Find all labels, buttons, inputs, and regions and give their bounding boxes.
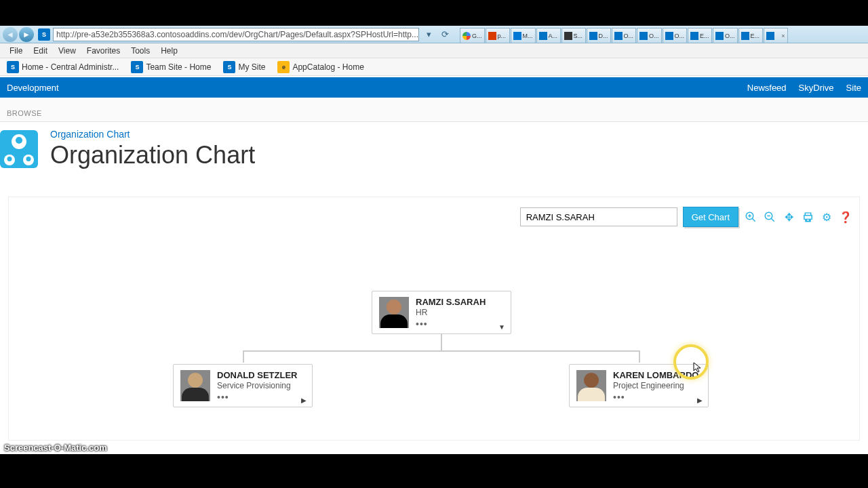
browser-tab[interactable]: E... — [688, 28, 712, 43]
org-node[interactable]: KAREN LOMBARDO Project Engineering ••• ▶ — [569, 364, 709, 407]
node-name: KAREN LOMBARDO — [613, 370, 701, 380]
suite-link-newsfeed[interactable]: Newsfeed — [747, 83, 787, 93]
breadcrumb[interactable]: Organization Chart — [50, 129, 255, 140]
connector — [243, 350, 640, 352]
avatar — [576, 370, 606, 401]
app-icon — [0, 130, 38, 168]
suite-link-skydrive[interactable]: SkyDrive — [799, 83, 834, 93]
chart-canvas: Get Chart ✥ ⚙ ❓ RAMZI S.SARAH HR ••• ▼ — [8, 197, 860, 441]
node-dept: Service Provisioning — [217, 381, 305, 390]
connector — [441, 334, 442, 350]
back-button[interactable]: ◄ — [3, 27, 18, 42]
menu-tools[interactable]: Tools — [125, 45, 155, 57]
ribbon-tab-browse[interactable]: BROWSE — [0, 105, 49, 121]
node-more-icon[interactable]: ••• — [217, 392, 305, 403]
browser-tab[interactable]: × — [764, 28, 788, 43]
svg-line-1 — [752, 218, 755, 222]
connector — [243, 350, 244, 363]
node-more-icon[interactable]: ••• — [613, 392, 701, 403]
avatar — [180, 370, 210, 401]
zoom-out-icon[interactable] — [763, 210, 776, 224]
browser-tab[interactable]: p... — [486, 28, 510, 43]
node-dept: HR — [416, 308, 504, 317]
browser-tab[interactable]: D... — [587, 28, 611, 43]
node-more-icon[interactable]: ••• — [416, 319, 504, 329]
menu-help[interactable]: Help — [155, 45, 183, 57]
dropdown-icon[interactable]: ▾ — [422, 28, 435, 41]
expand-right-icon[interactable]: ▶ — [301, 396, 307, 404]
browser-tab[interactable]: O... — [612, 28, 637, 43]
browser-tab[interactable]: S... — [561, 28, 586, 43]
node-dept: Project Engineering — [613, 381, 701, 390]
address-bar-row: ◄ ► S http://pre-a53e2b355368a3.contosoa… — [0, 26, 868, 43]
help-icon[interactable]: ❓ — [839, 210, 852, 224]
browser-tab[interactable]: G... — [460, 28, 485, 43]
node-name: RAMZI S.SARAH — [416, 297, 504, 307]
site-favicon: S — [38, 28, 50, 41]
ribbon: BROWSE — [0, 98, 868, 122]
address-input[interactable]: http://pre-a53e2b355368a3.contosoaddins.… — [53, 28, 419, 41]
svg-line-5 — [771, 218, 774, 222]
node-name: DONALD SETZLER — [217, 370, 305, 380]
refresh-button[interactable]: ⟳ — [438, 28, 452, 41]
letterbox-top — [0, 0, 868, 26]
forward-button[interactable]: ► — [19, 27, 34, 42]
page-header: Organization Chart Organization Chart — [0, 129, 868, 169]
suite-bar: Development Newsfeed SkyDrive Site — [0, 77, 868, 98]
favorite-link[interactable]: SHome - Central Administr... — [4, 61, 119, 73]
chart-toolbar: Get Chart ✥ ⚙ ❓ — [520, 207, 852, 227]
menu-edit[interactable]: Edit — [28, 45, 53, 57]
watermark: Screencast-O-Matic.com — [4, 443, 107, 453]
settings-icon[interactable]: ⚙ — [820, 210, 833, 224]
org-node-root[interactable]: RAMZI S.SARAH HR ••• ▼ — [372, 291, 511, 334]
browser-tab[interactable]: O... — [663, 28, 688, 43]
menu-file[interactable]: File — [4, 45, 28, 57]
site-title[interactable]: Development — [7, 83, 59, 93]
get-chart-button[interactable]: Get Chart — [683, 207, 738, 227]
browser-chrome: ◄ ► S http://pre-a53e2b355368a3.contosoa… — [0, 26, 868, 77]
favorite-link[interactable]: eAppCatalog - Home — [275, 61, 363, 73]
browser-tab[interactable]: M... — [511, 28, 536, 43]
suite-link-sites[interactable]: Site — [846, 83, 861, 93]
page-title: Organization Chart — [50, 141, 255, 169]
connector — [639, 350, 640, 363]
search-input[interactable] — [520, 207, 677, 226]
browser-tab[interactable]: O... — [637, 28, 662, 43]
avatar — [379, 297, 409, 328]
menu-view[interactable]: View — [53, 45, 81, 57]
menu-favorites[interactable]: Favorites — [81, 45, 125, 57]
expand-down-icon[interactable]: ▼ — [498, 323, 505, 331]
fit-icon[interactable]: ✥ — [782, 210, 795, 224]
menu-bar: File Edit View Favorites Tools Help — [0, 43, 868, 58]
zoom-in-icon[interactable] — [744, 210, 757, 224]
browser-tab[interactable]: E... — [738, 28, 763, 43]
print-icon[interactable] — [801, 210, 814, 224]
browser-tabs: G... p... M... A... S... D... O... O... … — [460, 26, 865, 43]
org-node[interactable]: DONALD SETZLER Service Provisioning ••• … — [173, 364, 313, 407]
browser-tab[interactable]: O... — [713, 28, 738, 43]
favorite-link[interactable]: STeam Site - Home — [128, 61, 211, 73]
letterbox-bottom — [0, 454, 868, 488]
favorites-bar: SHome - Central Administr... STeam Site … — [0, 58, 868, 76]
tab-close-icon[interactable]: × — [781, 33, 785, 39]
favorite-link[interactable]: SMy Site — [220, 61, 265, 73]
expand-right-icon[interactable]: ▶ — [697, 396, 703, 404]
browser-tab[interactable]: A... — [536, 28, 561, 43]
